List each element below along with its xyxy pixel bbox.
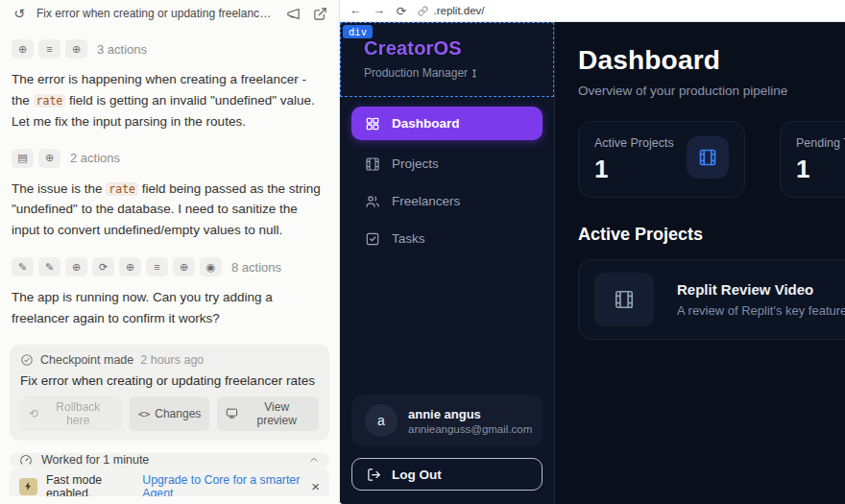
logout-icon [367,468,381,482]
stat-value: 1 [796,155,845,184]
run-list-icon: ≡ [38,39,60,59]
docs-icon: ▤ [12,149,34,168]
sidebar-item-label: Dashboard [392,116,460,131]
code-span: rate [34,94,66,108]
inspector-tag-badge: div [343,25,373,38]
project-card[interactable]: Replit Review Video A review of Replit's… [578,259,845,340]
agent-message: The error is happening when creating a f… [12,69,327,132]
user-name: annie angus [408,407,532,421]
sidebar-item-tasks[interactable]: Tasks [351,222,543,255]
creatoros-app: div CreatorOS Production Manager Dashboa… [340,22,845,504]
page-title: Dashboard [578,45,845,76]
worked-summary-row[interactable]: Worked for 1 minute [10,453,329,467]
stat-card-active-projects[interactable]: Active Projects 1 [578,121,745,198]
stat-card-pending-tasks[interactable]: Pending Tasks 1 [780,121,845,198]
sidebar-header-selected[interactable]: div CreatorOS Production Manager [340,22,554,97]
avatar: a [365,404,398,437]
sidebar-item-label: Projects [392,156,439,171]
user-email: annieanguss@gmail.com [408,423,532,435]
dashboard-main: Dashboard Overview of your production pi… [555,22,845,504]
changes-button[interactable]: <>Changes [130,396,210,431]
url-bar[interactable]: .replit.dev/ [418,5,484,16]
fast-mode-text: Fast mode enabled. [46,473,133,496]
actions-group[interactable]: ✎ ✎ ⊕ ⟳ ⊕ ≡ ⊕ ◉ 8 actions [12,257,329,276]
stat-label: Pending Tasks [796,136,845,150]
check-circle-icon [20,353,34,367]
section-title: Active Projects [578,225,845,245]
preview-browser-bar: ← → ⟳ .replit.dev/ [340,0,845,22]
workflow-icon: ⊕ [12,39,34,59]
forward-icon[interactable]: → [374,4,386,17]
film-icon [594,273,654,326]
restart-icon: ⟳ [92,257,114,276]
app-subtitle: Production Manager [364,66,468,80]
chat-session-title: Fix error when creating or updating free… [36,7,276,20]
message-text: The app is running now. Can you try addi… [12,290,273,325]
edit-file-icon: ✎ [12,257,34,276]
app-brand: CreatorOS [364,37,530,60]
edit-file-icon: ✎ [38,257,60,276]
actions-group[interactable]: ⊕ ≡ ⊕ 3 actions [12,39,329,59]
gauge-icon [19,453,33,467]
code-brackets-icon: <> [138,408,151,420]
chevron-up-icon[interactable] [308,454,320,466]
composer-area: Fast mode enabled. Upgrade to Core for a… [10,467,329,496]
user-card[interactable]: a annie angus annieanguss@gmail.com [351,395,543,446]
chat-header: ↺ Fix error when creating or updating fr… [10,0,329,27]
monitor-icon [226,407,238,420]
actions-group[interactable]: ▤ ⊕ 2 actions [12,149,329,168]
film-icon [687,136,729,179]
megaphone-icon[interactable] [283,4,302,23]
sidebar-item-freelancers[interactable]: Freelancers [351,184,543,218]
screenshot-icon: ◉ [200,257,222,276]
view-preview-button[interactable]: View preview [217,396,319,431]
rollback-button[interactable]: ⟲Rollback here [20,396,122,431]
workflow-icon: ⊕ [119,257,141,276]
actions-count: 8 actions [231,260,281,275]
url-text: .replit.dev/ [433,5,484,16]
workflow-icon: ⊕ [38,149,60,168]
stat-value: 1 [594,155,674,184]
worked-label: Worked for 1 minute [41,453,149,467]
logout-label: Log Out [392,468,442,482]
check-square-icon [365,231,380,247]
project-title: Replit Review Video [677,281,845,298]
back-icon[interactable]: ← [350,4,362,17]
open-new-tab-icon[interactable] [310,4,329,23]
fast-mode-banner: Fast mode enabled. Upgrade to Core for a… [10,467,329,496]
code-span: rate [106,182,138,196]
link-icon [418,6,428,16]
refresh-icon[interactable]: ⟳ [397,4,406,18]
workflow-icon: ⊕ [65,39,87,59]
sidebar-item-dashboard[interactable]: Dashboard [351,107,543,140]
agent-message: The issue is the rate field being passed… [12,179,327,242]
changes-label: Changes [155,407,201,420]
agent-message: The app is running now. Can you try addi… [12,287,327,329]
message-text: The issue is the [12,181,106,196]
logout-button[interactable]: Log Out [351,458,543,491]
workflow-icon: ⊕ [173,257,195,276]
close-icon[interactable]: × [311,478,320,494]
grid-icon [365,116,380,132]
agent-chat-panel: ↺ Fix error when creating or updating fr… [0,0,340,504]
app-sidebar: div CreatorOS Production Manager Dashboa… [340,22,555,504]
run-list-icon: ≡ [146,257,168,276]
text-cursor-icon [470,67,479,80]
film-icon [365,156,380,172]
actions-count: 3 actions [97,42,147,57]
bolt-icon [19,478,37,495]
checkpoint-label: Checkpoint made [40,353,133,367]
checkpoint-card: Checkpoint made 2 hours ago Fix error wh… [10,345,329,441]
rollback-label: Rollback here [43,400,113,427]
history-icon[interactable]: ↺ [10,4,29,23]
app-preview-pane: ← → ⟳ .replit.dev/ div CreatorOS Product… [340,0,845,504]
upgrade-link[interactable]: Upgrade to Core for a smarter Agent [142,473,302,496]
chat-messages: ⊕ ≡ ⊕ 3 actions The error is happening w… [10,27,329,496]
sidebar-item-label: Freelancers [392,194,460,208]
checkpoint-title: Fix error when creating or updating free… [20,373,319,388]
view-preview-label: View preview [243,400,310,427]
checkpoint-time: 2 hours ago [140,353,204,367]
sidebar-nav: Dashboard Projects Freelancers [340,97,554,255]
sidebar-item-projects[interactable]: Projects [351,147,543,180]
users-icon [365,194,380,209]
